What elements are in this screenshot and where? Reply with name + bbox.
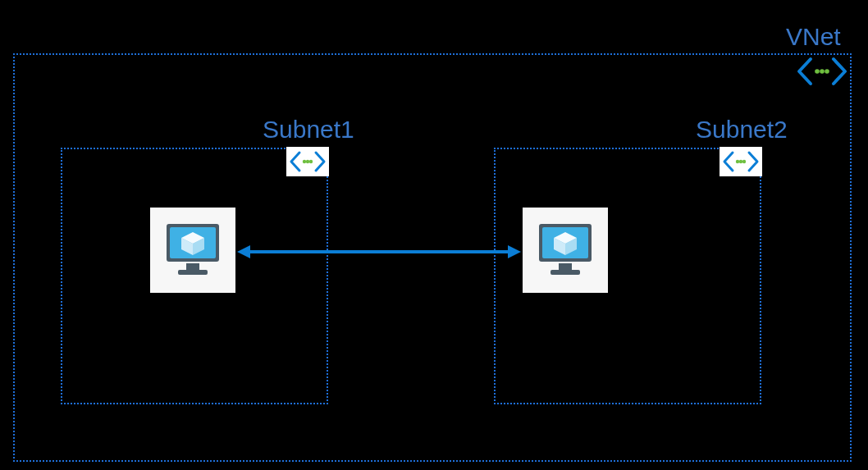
vnet-label: VNet bbox=[786, 23, 841, 51]
svg-point-7 bbox=[739, 160, 742, 163]
svg-marker-25 bbox=[508, 245, 521, 258]
connection-arrow bbox=[237, 244, 521, 260]
svg-rect-18 bbox=[559, 263, 572, 270]
svg-point-4 bbox=[306, 160, 309, 163]
svg-point-5 bbox=[309, 160, 313, 163]
svg-marker-24 bbox=[237, 245, 250, 258]
svg-point-8 bbox=[742, 160, 746, 163]
vnet-icon bbox=[794, 54, 850, 89]
vm2-icon bbox=[523, 208, 608, 293]
svg-rect-11 bbox=[186, 263, 199, 270]
subnet1-icon bbox=[286, 147, 329, 176]
diagram-canvas: VNet Subnet1 Subnet2 bbox=[0, 0, 868, 470]
subnet1-label: Subnet1 bbox=[263, 116, 354, 144]
vm1-icon bbox=[150, 208, 235, 293]
svg-point-2 bbox=[825, 69, 829, 74]
svg-rect-19 bbox=[550, 270, 580, 275]
svg-point-0 bbox=[815, 69, 820, 74]
subnet2-label: Subnet2 bbox=[696, 116, 788, 144]
svg-point-6 bbox=[736, 160, 739, 163]
svg-point-3 bbox=[303, 160, 306, 163]
svg-point-1 bbox=[820, 69, 825, 74]
subnet2-icon bbox=[720, 147, 762, 176]
svg-rect-12 bbox=[178, 270, 208, 275]
